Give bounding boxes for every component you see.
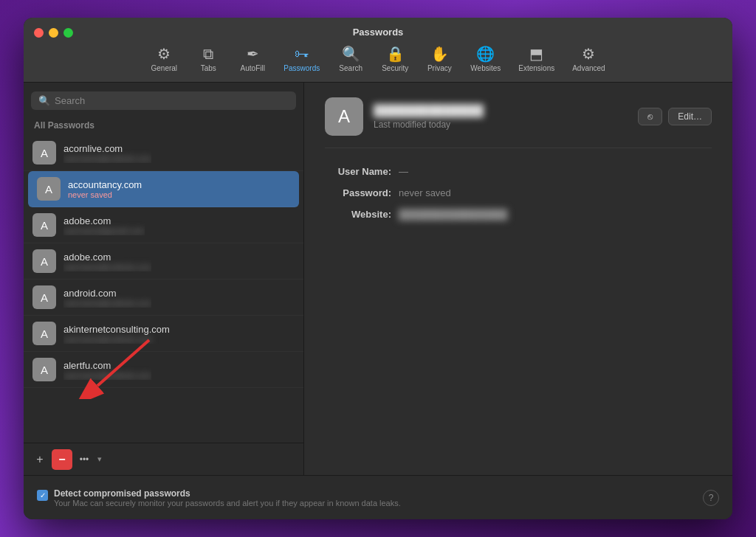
avatar: A (32, 213, 56, 237)
toolbar-label-general: General (151, 64, 178, 72)
window-title: Passwords (353, 27, 404, 38)
avatar: A (32, 358, 56, 381)
avatar: A (32, 322, 56, 345)
list-item[interactable]: A android.com username@outlook.com (24, 280, 303, 316)
bottom-bar: ✓ Detect compromised passwords Your Mac … (24, 475, 732, 519)
remove-password-button[interactable]: − (52, 449, 72, 470)
toolbar-label-extensions: Extensions (518, 64, 554, 72)
item-info: adobe.com username@outlook.com (63, 252, 151, 271)
toolbar-item-security[interactable]: 🔒 Security (373, 42, 417, 75)
share-icon: ⎋ (647, 111, 653, 122)
toolbar-item-extensions[interactable]: ⬒ Extensions (509, 42, 563, 75)
autofill-icon: ✒ (247, 45, 259, 63)
item-info: accountancy.com never saved (68, 179, 142, 199)
maximize-button[interactable] (63, 28, 73, 38)
toolbar-item-passwords[interactable]: 🗝 Passwords (275, 43, 329, 75)
more-options-button[interactable]: ••• (74, 449, 94, 470)
toolbar-item-websites[interactable]: 🌐 Websites (461, 42, 509, 75)
item-domain: accountancy.com (68, 179, 142, 190)
username-row: User Name: — (325, 166, 712, 177)
toolbar-item-search[interactable]: 🔍 Search (329, 42, 373, 75)
toolbar-label-passwords: Passwords (284, 64, 320, 72)
detect-title: Detect compromised passwords (54, 488, 401, 499)
share-button[interactable]: ⎋ (638, 108, 662, 125)
lock-icon: 🔒 (386, 45, 405, 63)
search-icon: 🔍 (38, 95, 50, 106)
checkbox-area: ✓ Detect compromised passwords Your Mac … (37, 488, 695, 507)
close-button[interactable] (34, 28, 44, 38)
toolbar-label-search: Search (339, 64, 362, 72)
toolbar: ⚙ General ⧉ Tabs ✒ AutoFill 🗝 Passwords … (142, 42, 614, 75)
bottom-text: Detect compromised passwords Your Mac ca… (54, 488, 401, 507)
detail-domain: ██████████████ (374, 104, 638, 117)
search-icon: 🔍 (342, 45, 360, 63)
password-list: A acornlive.com username@outlook.com A a… (24, 135, 303, 388)
username-value: — (399, 166, 408, 177)
toolbar-item-autofill[interactable]: ✒ AutoFill (230, 42, 275, 75)
item-email: username@outlook.com (63, 154, 151, 163)
item-info: akinternetconsulting.com username@outloo… (63, 324, 170, 344)
item-email: username@outlook.com (63, 263, 151, 271)
website-label: Website: (325, 209, 391, 220)
toolbar-item-privacy[interactable]: ✋ Privacy (417, 42, 461, 75)
content-area: 🔍 All Passwords A acornlive.com username… (24, 83, 732, 475)
list-item[interactable]: A alertfu.com username@outlook.com (24, 352, 303, 388)
item-email: username@gmail.com (63, 226, 145, 235)
toolbar-item-general[interactable]: ⚙ General (142, 42, 186, 75)
toolbar-item-tabs[interactable]: ⧉ Tabs (186, 43, 230, 75)
toolbar-label-autofill: AutoFill (241, 64, 265, 72)
avatar: A (37, 177, 61, 201)
item-domain: alertfu.com (63, 360, 151, 371)
detect-checkbox[interactable]: ✓ (37, 490, 48, 501)
toolbar-label-security: Security (382, 64, 408, 72)
traffic-lights (34, 28, 73, 38)
search-input[interactable] (55, 95, 289, 106)
username-label: User Name: (325, 166, 391, 177)
item-email: username@outlook.com (63, 335, 170, 344)
toolbar-label-websites: Websites (470, 64, 501, 72)
item-domain: adobe.com (63, 215, 145, 226)
dropdown-arrow: ▾ (97, 454, 102, 464)
toolbar-item-advanced[interactable]: ⚙ Advanced (563, 42, 614, 75)
sidebar: 🔍 All Passwords A acornlive.com username… (24, 83, 304, 475)
detail-actions: ⎋ Edit… (638, 108, 712, 125)
toolbar-label-advanced: Advanced (572, 64, 605, 72)
all-passwords-label: All Passwords (24, 119, 303, 135)
add-password-button[interactable]: + (30, 449, 50, 470)
tabs-icon: ⧉ (203, 46, 213, 63)
extensions-icon: ⬒ (529, 45, 543, 63)
toolbar-label-tabs: Tabs (201, 64, 216, 72)
item-domain: acornlive.com (63, 143, 151, 154)
detail-avatar: A (325, 97, 363, 136)
minimize-button[interactable] (49, 28, 58, 38)
website-value: ████████████████ (399, 209, 507, 220)
item-email: username@outlook.com (63, 371, 151, 380)
password-row: Password: never saved (325, 187, 712, 198)
checkmark-icon: ✓ (40, 491, 46, 499)
item-info: android.com username@outlook.com (63, 288, 151, 308)
list-item[interactable]: A adobe.com username@outlook.com (24, 243, 303, 280)
list-item[interactable]: A acornlive.com username@outlook.com (24, 135, 303, 171)
item-domain: android.com (63, 288, 151, 299)
advanced-gear-icon: ⚙ (582, 45, 595, 63)
sidebar-footer: + − ••• ▾ (24, 443, 303, 475)
item-domain: akinternetconsulting.com (63, 324, 170, 335)
globe-icon: 🌐 (476, 45, 495, 63)
edit-button[interactable]: Edit… (668, 108, 712, 125)
password-list-wrapper: A acornlive.com username@outlook.com A a… (24, 135, 303, 443)
detail-header: A ██████████████ Last modified today ⎋ E… (325, 97, 712, 148)
help-button[interactable]: ? (703, 490, 719, 506)
list-item[interactable]: A adobe.com username@gmail.com (24, 207, 303, 243)
gear-icon: ⚙ (157, 45, 171, 63)
detail-fields: User Name: — Password: never saved Websi… (325, 166, 712, 230)
search-bar: 🔍 (31, 91, 296, 110)
detect-desc: Your Mac can securely monitor your passw… (54, 499, 401, 507)
detail-title-area: ██████████████ Last modified today (374, 104, 638, 130)
item-info: adobe.com username@gmail.com (63, 215, 145, 235)
detail-modified: Last modified today (374, 119, 638, 130)
item-info: alertfu.com username@outlook.com (63, 360, 151, 380)
main-window: Passwords ⚙ General ⧉ Tabs ✒ AutoFill 🗝 … (24, 18, 732, 519)
item-status: never saved (68, 190, 142, 199)
list-item[interactable]: A akinternetconsulting.com username@outl… (24, 316, 303, 352)
list-item[interactable]: A accountancy.com never saved (28, 171, 299, 207)
